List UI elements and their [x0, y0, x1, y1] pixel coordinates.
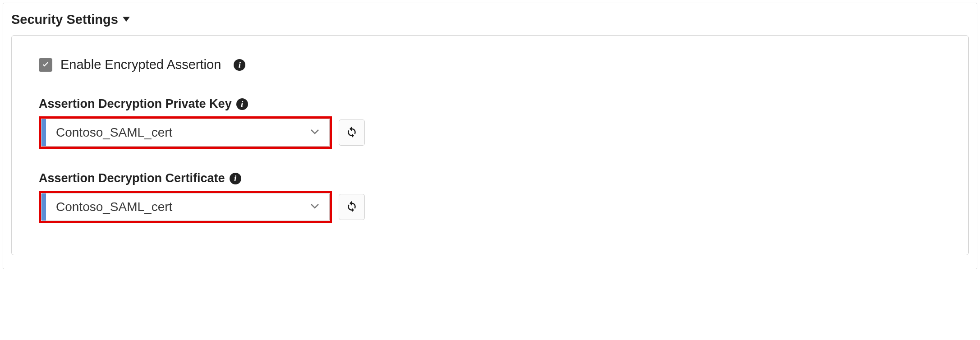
enable-encrypted-checkbox[interactable] [39, 58, 52, 72]
info-icon[interactable]: i [236, 98, 248, 110]
section-heading[interactable]: Security Settings [11, 12, 969, 27]
private-key-field: Assertion Decryption Private Key i Conto… [39, 97, 948, 149]
certificate-label-row: Assertion Decryption Certificate i [39, 171, 948, 185]
caret-down-icon [123, 15, 130, 24]
certificate-select[interactable]: Contoso_SAML_cert [41, 193, 330, 221]
refresh-icon [345, 125, 359, 140]
private-key-select[interactable]: Contoso_SAML_cert [41, 119, 330, 147]
highlight-box: Contoso_SAML_cert [39, 116, 332, 149]
svg-marker-0 [123, 17, 130, 22]
refresh-icon [345, 199, 359, 215]
section-title: Security Settings [11, 12, 118, 27]
certificate-field: Assertion Decryption Certificate i Conto… [39, 171, 948, 223]
chevron-down-icon [300, 201, 329, 213]
certificate-refresh-button[interactable] [339, 194, 365, 220]
accent-bar [41, 119, 46, 146]
private-key-label-row: Assertion Decryption Private Key i [39, 97, 948, 111]
settings-panel: Enable Encrypted Assertion i Assertion D… [11, 35, 969, 255]
private-key-value: Contoso_SAML_cert [46, 125, 300, 140]
private-key-label: Assertion Decryption Private Key [39, 97, 232, 111]
security-settings-container: Security Settings Enable Encrypted Asser… [3, 3, 977, 269]
private-key-select-row: Contoso_SAML_cert [39, 116, 948, 149]
enable-encrypted-row: Enable Encrypted Assertion i [39, 57, 948, 72]
highlight-box: Contoso_SAML_cert [39, 191, 332, 223]
accent-bar [41, 193, 46, 221]
certificate-value: Contoso_SAML_cert [46, 200, 300, 214]
enable-encrypted-label: Enable Encrypted Assertion [60, 57, 221, 72]
private-key-refresh-button[interactable] [339, 119, 365, 146]
certificate-select-row: Contoso_SAML_cert [39, 191, 948, 223]
certificate-label: Assertion Decryption Certificate [39, 171, 225, 185]
info-icon[interactable]: i [230, 173, 241, 184]
info-icon[interactable]: i [234, 59, 245, 71]
chevron-down-icon [300, 126, 329, 139]
